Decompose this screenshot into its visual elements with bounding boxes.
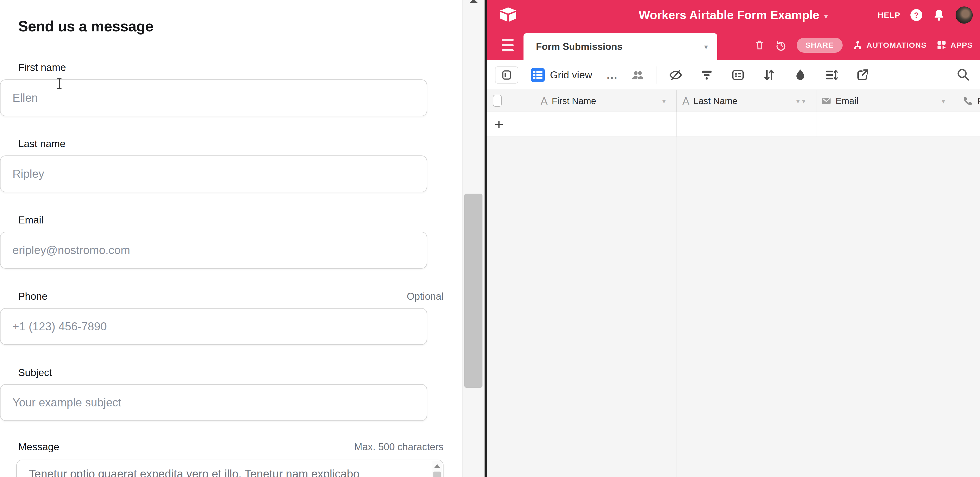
field-email: Email: [16, 214, 444, 226]
email-field-icon: [821, 96, 832, 106]
airtable-logo-icon[interactable]: [500, 7, 517, 23]
row-height-icon[interactable]: [824, 68, 839, 82]
phone-optional-hint: Optional: [407, 291, 444, 302]
search-icon[interactable]: [956, 67, 970, 82]
sort-icon[interactable]: [762, 68, 776, 82]
frozen-column-divider: [676, 137, 676, 477]
user-avatar[interactable]: [956, 6, 973, 24]
subject-label: Subject: [18, 367, 52, 379]
text-field-icon: A: [682, 95, 689, 107]
message-maxchars-hint: Max. 500 characters: [354, 441, 444, 453]
share-label: SHARE: [805, 41, 834, 49]
column-header-phone[interactable]: Phone: [963, 90, 980, 112]
window-divider: [485, 0, 487, 477]
notifications-bell-icon[interactable]: [932, 8, 946, 22]
page-scrollbar[interactable]: [462, 0, 485, 477]
column-menu-caret-icon[interactable]: ▾: [802, 90, 805, 112]
view-sidebar-toggle-button[interactable]: [495, 67, 518, 84]
base-title: Workers Airtable Form Example: [639, 8, 819, 22]
phone-input[interactable]: [0, 308, 427, 345]
filter-icon[interactable]: [700, 68, 714, 82]
column-name: Last Name: [694, 96, 737, 106]
view-switcher[interactable]: Grid view: [531, 68, 592, 82]
column-divider: [676, 90, 677, 112]
share-view-icon[interactable]: [855, 68, 870, 82]
screen: Send us a message First name Last name E…: [0, 0, 980, 477]
column-header-first-name[interactable]: A First Name: [541, 90, 596, 112]
message-scrollbar-thumb[interactable]: [433, 472, 441, 477]
automations-icon: [852, 40, 864, 51]
apps-icon: [936, 40, 947, 51]
page-scrollbar-thumb[interactable]: [464, 193, 482, 388]
column-divider: [676, 112, 677, 136]
column-menu-caret-icon[interactable]: ▾: [796, 90, 800, 112]
subject-input[interactable]: [0, 384, 427, 421]
message-textarea[interactable]: Tenetur optio quaerat expedita vero et i…: [16, 460, 444, 477]
scrollbar-up-arrow-icon[interactable]: [469, 0, 478, 3]
menu-hamburger-icon[interactable]: [502, 39, 514, 51]
add-row-plus-icon[interactable]: +: [495, 115, 503, 133]
text-field-icon: A: [541, 95, 548, 107]
column-header-email[interactable]: Email: [821, 90, 859, 112]
contact-form-pane: Send us a message First name Last name E…: [0, 0, 462, 477]
airtable-table-bar: Form Submissions ▾ SHARE: [487, 30, 980, 60]
column-divider: [816, 90, 816, 112]
chevron-down-icon: ▾: [824, 10, 828, 21]
trash-icon[interactable]: [754, 39, 765, 51]
message-scrollbar[interactable]: [432, 461, 442, 477]
last-name-label: Last name: [18, 138, 65, 149]
view-overflow-button[interactable]: …: [606, 68, 619, 81]
table-tab-label: Form Submissions: [536, 41, 622, 52]
email-input[interactable]: [0, 232, 427, 269]
automations-label: AUTOMATIONS: [867, 41, 927, 49]
field-message: Message Max. 500 characters: [16, 441, 444, 453]
column-menu-caret-icon[interactable]: ▾: [942, 90, 945, 112]
group-icon[interactable]: [731, 68, 745, 82]
first-name-label: First name: [18, 62, 66, 73]
collaborators-icon[interactable]: [630, 68, 645, 82]
phone-label: Phone: [18, 291, 48, 302]
airtable-topbar: Workers Airtable Form Example ▾ HELP ?: [487, 0, 980, 30]
email-label: Email: [18, 214, 44, 226]
apps-label: APPS: [950, 41, 973, 49]
base-title-dropdown[interactable]: Workers Airtable Form Example ▾: [639, 0, 828, 30]
hide-fields-icon[interactable]: [668, 68, 683, 82]
chevron-down-icon: ▾: [704, 43, 708, 51]
field-first-name: First name: [16, 62, 444, 73]
view-toolbar: Grid view …: [487, 60, 980, 90]
apps-button[interactable]: APPS: [936, 40, 973, 51]
message-text: Tenetur optio quaerat expedita vero et i…: [29, 467, 360, 477]
tab-form-submissions[interactable]: Form Submissions ▾: [523, 33, 717, 60]
grid-view-icon: [531, 68, 545, 82]
column-name: Phone: [977, 96, 980, 106]
column-menu-caret-icon[interactable]: ▾: [662, 90, 666, 112]
help-button[interactable]: HELP: [878, 11, 900, 19]
text-cursor: [57, 78, 62, 89]
view-name: Grid view: [550, 69, 592, 81]
add-row[interactable]: +: [487, 112, 980, 137]
message-label: Message: [18, 441, 59, 453]
history-icon[interactable]: [775, 39, 788, 51]
airtable-window: Workers Airtable Form Example ▾ HELP ? F…: [487, 0, 980, 477]
column-divider: [816, 112, 816, 136]
form-title: Send us a message: [18, 17, 153, 35]
share-button[interactable]: SHARE: [797, 38, 843, 53]
column-name: Email: [835, 96, 859, 106]
field-last-name: Last name: [16, 138, 444, 149]
select-all-checkbox[interactable]: [493, 95, 502, 107]
last-name-input[interactable]: [0, 155, 427, 192]
first-name-input[interactable]: [0, 79, 427, 116]
scroll-up-arrow-icon[interactable]: [434, 464, 441, 468]
column-header-last-name[interactable]: A Last Name: [682, 90, 737, 112]
phone-field-icon: [963, 95, 973, 106]
column-name: First Name: [552, 96, 596, 106]
help-question-icon[interactable]: ?: [910, 9, 922, 21]
field-subject: Subject: [16, 367, 444, 379]
column-divider: [957, 90, 957, 112]
field-phone: Phone Optional: [16, 291, 444, 302]
grid-body: [487, 137, 980, 477]
grid-header-row: A First Name ▾ A Last Name ▾ ▾ Email ▾: [487, 90, 980, 112]
toolbar-divider: [656, 67, 657, 84]
color-icon[interactable]: [793, 68, 808, 82]
automations-button[interactable]: AUTOMATIONS: [852, 40, 927, 51]
